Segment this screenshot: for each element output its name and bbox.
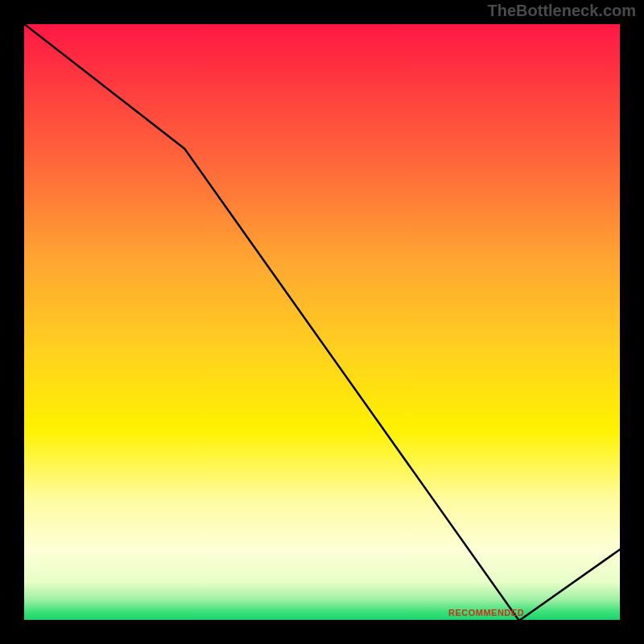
chart-container: RECOMMENDED (23, 23, 621, 621)
watermark-text: TheBottleneck.com (488, 2, 636, 20)
chart-background (23, 23, 621, 621)
recommended-label: RECOMMENDED (448, 608, 524, 617)
chart-svg: RECOMMENDED (23, 23, 621, 621)
